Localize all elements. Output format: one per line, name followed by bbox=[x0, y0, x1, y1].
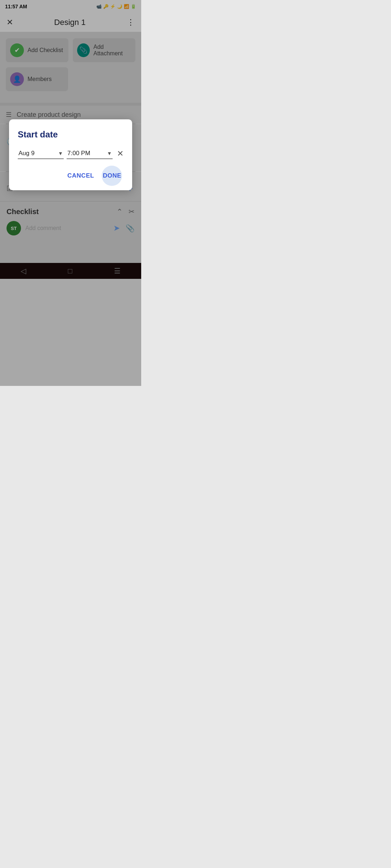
main-content: ✔ Add Checklist 📎 Add Attachment 👤 Membe… bbox=[0, 32, 141, 103]
checklist-actions: ⌃ ✂ bbox=[117, 207, 135, 216]
checklist-collapse-icon[interactable]: ⌃ bbox=[117, 207, 123, 216]
nav-bar: ◁ □ ☰ bbox=[0, 263, 141, 279]
spacer-3 bbox=[0, 241, 141, 263]
add-checklist-button[interactable]: ✔ Add Checklist bbox=[6, 38, 68, 62]
close-button[interactable]: ✕ bbox=[7, 18, 13, 27]
dialog-fields: Aug 9 ▼ 7:00 PM ▼ ✕ bbox=[18, 148, 123, 159]
comment-row: ST Add comment ➤ 📎 bbox=[7, 221, 135, 235]
more-options-button[interactable]: ⋮ bbox=[127, 18, 135, 27]
add-checklist-label: Add Checklist bbox=[28, 47, 63, 54]
members-icon: 👤 bbox=[10, 72, 24, 86]
home-button[interactable]: □ bbox=[68, 267, 72, 275]
checklist-options-icon[interactable]: ✂ bbox=[129, 207, 135, 216]
time-value: 7:00 PM bbox=[67, 150, 90, 157]
back-button[interactable]: ◁ bbox=[21, 267, 26, 275]
action-row-1: ✔ Add Checklist 📎 Add Attachment bbox=[6, 38, 135, 62]
time-dropdown-icon: ▼ bbox=[107, 150, 112, 156]
checklist-section: Checklist ⌃ ✂ ST Add comment ➤ 📎 bbox=[0, 201, 141, 241]
checklist-icon: ✔ bbox=[10, 43, 24, 57]
key-icon: 🔑 bbox=[103, 4, 109, 9]
attach-comment-button[interactable]: 📎 bbox=[126, 224, 135, 233]
avatar: ST bbox=[7, 221, 21, 235]
members-button[interactable]: 👤 Members bbox=[6, 67, 68, 91]
done-button-wrap: DONE bbox=[101, 172, 123, 179]
action-row-2: 👤 Members bbox=[6, 67, 135, 91]
task-description-text: Create product design bbox=[17, 111, 81, 119]
attachment-icon: 📎 bbox=[77, 43, 90, 57]
dialog-clear-button[interactable]: ✕ bbox=[117, 149, 123, 158]
add-comment-input[interactable]: Add comment bbox=[25, 222, 109, 234]
bluetooth-icon: ⚡ bbox=[110, 4, 115, 9]
battery-icon: 🔋 bbox=[131, 4, 136, 9]
moon-icon: 🌙 bbox=[117, 4, 122, 9]
dialog-title: Start date bbox=[18, 129, 123, 140]
checklist-title: Checklist bbox=[7, 208, 39, 216]
done-button[interactable]: DONE bbox=[101, 169, 123, 182]
time-field[interactable]: 7:00 PM ▼ bbox=[67, 148, 113, 159]
toolbar: ✕ Design 1 ⋮ bbox=[0, 13, 141, 32]
status-bar: 11:57 AM 📹 🔑 ⚡ 🌙 📶 🔋 bbox=[0, 0, 141, 13]
menu-button[interactable]: ☰ bbox=[114, 267, 121, 275]
checklist-header: Checklist ⌃ ✂ bbox=[7, 207, 135, 216]
date-value: Aug 9 bbox=[18, 150, 34, 157]
status-time: 11:57 AM bbox=[5, 4, 27, 9]
add-attachment-button[interactable]: 📎 Add Attachment bbox=[73, 38, 135, 62]
date-dropdown-icon: ▼ bbox=[58, 150, 63, 156]
send-comment-button[interactable]: ➤ bbox=[113, 224, 120, 233]
status-icons: 📹 🔑 ⚡ 🌙 📶 🔋 bbox=[96, 4, 136, 9]
cancel-button[interactable]: CANCEL bbox=[65, 169, 96, 182]
dialog-actions: CANCEL DONE bbox=[18, 169, 123, 182]
page-title: Design 1 bbox=[54, 18, 86, 27]
add-attachment-label: Add Attachment bbox=[93, 44, 131, 57]
description-icon: ☰ bbox=[6, 111, 12, 119]
section-divider bbox=[0, 103, 141, 106]
video-icon: 📹 bbox=[96, 4, 102, 9]
members-label: Members bbox=[28, 76, 52, 82]
start-date-dialog: Start date Aug 9 ▼ 7:00 PM ▼ ✕ CANCEL DO… bbox=[9, 119, 132, 190]
wifi-icon: 📶 bbox=[124, 4, 129, 9]
date-field[interactable]: Aug 9 ▼ bbox=[18, 148, 64, 159]
